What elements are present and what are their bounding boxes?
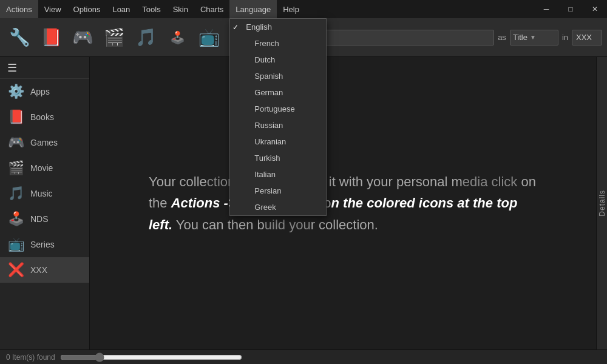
search-as-label: as [498,33,506,42]
close-button[interactable]: ✕ [583,0,607,18]
toolbar-settings-icon[interactable]: 🔧 [5,23,34,52]
toolbar-movie-icon[interactable]: 🎬 [100,23,129,52]
maximize-button[interactable]: □ [558,0,583,18]
menubar: Actions View Options Loan Tools Skin Cha… [0,0,305,18]
toolbar-nds-icon[interactable]: 🕹️ [163,23,192,52]
menu-options[interactable]: Options [67,0,107,18]
apps-icon: ⚙️ [7,84,24,99]
toolbar-books-icon[interactable]: 📕 [36,23,66,52]
menu-actions[interactable]: Actions [0,0,38,18]
games-icon: 🎮 [7,135,24,150]
sidebar: ☰ ⚙️ Apps 📕 Books 🎮 Games 🎬 Movie 🎵 Musi… [0,57,90,349]
sidebar-item-games[interactable]: 🎮 Games [0,130,89,155]
toolbar-games-icon[interactable]: 🎮 [68,23,97,52]
search-type-dropdown[interactable]: Title ▼ [510,30,558,46]
lang-german[interactable]: German [230,84,326,101]
sidebar-header: ☰ [0,57,89,79]
books-icon: 📕 [7,109,24,125]
sidebar-item-apps[interactable]: ⚙️ Apps [0,79,89,104]
lang-english[interactable]: English [230,19,326,35]
toolbar-music-icon[interactable]: 🎵 [131,23,160,52]
menu-charts[interactable]: Charts [194,0,229,18]
hamburger-icon[interactable]: ☰ [7,61,17,75]
slider-container [60,352,601,362]
sidebar-item-nds[interactable]: 🕹️ NDS [0,206,89,232]
sidebar-item-series[interactable]: 📺 Series [0,232,89,257]
toolbar-series-icon[interactable]: 📺 [194,23,223,52]
welcome-text: Your collection is empty. To fill it wit… [137,159,549,248]
menu-loan[interactable]: Loan [106,0,136,18]
menu-language[interactable]: Language English French Dutch Spanish Ge… [229,0,277,18]
lang-french[interactable]: French [230,35,326,52]
sidebar-item-music[interactable]: 🎵 Music [0,181,89,206]
xxx-icon: ❌ [7,262,24,278]
nds-icon: 🕹️ [7,211,24,227]
search-category[interactable]: XXX [572,30,602,46]
lang-italian[interactable]: Italian [230,166,326,183]
menu-help[interactable]: Help [277,0,305,18]
movie-icon: 🎬 [7,160,24,176]
music-icon: 🎵 [7,186,24,201]
series-icon: 📺 [7,237,24,252]
zoom-slider[interactable] [60,352,242,362]
menu-view[interactable]: View [38,0,67,18]
statusbar: 0 Item(s) found [0,349,607,364]
lang-dutch[interactable]: Dutch [230,52,326,68]
sidebar-item-xxx[interactable]: ❌ XXX [0,257,89,283]
menu-skin[interactable]: Skin [167,0,194,18]
content-area: Your collection is empty. To fill it wit… [90,57,596,349]
lang-turkish[interactable]: Turkish [230,150,326,166]
language-dropdown: English French Dutch Spanish German Port… [229,18,327,216]
sidebar-item-books[interactable]: 📕 Books [0,104,89,130]
details-label: Details [598,190,606,217]
lang-portuguese[interactable]: Portuguese [230,101,326,117]
minimize-button[interactable]: ─ [534,0,558,18]
lang-spanish[interactable]: Spanish [230,68,326,84]
details-panel[interactable]: Details [596,57,607,349]
lang-persian[interactable]: Persian [230,183,326,199]
window-controls: ─ □ ✕ [534,0,607,18]
sidebar-item-movie[interactable]: 🎬 Movie [0,155,89,181]
lang-russian[interactable]: Russian [230,117,326,133]
lang-greek[interactable]: Greek [230,199,326,215]
statusbar-text: 0 Item(s) found [6,353,55,362]
search-in-label: in [562,33,568,42]
lang-ukranian[interactable]: Ukranian [230,133,326,150]
menu-tools[interactable]: Tools [136,0,166,18]
titlebar: Actions View Options Loan Tools Skin Cha… [0,0,607,18]
